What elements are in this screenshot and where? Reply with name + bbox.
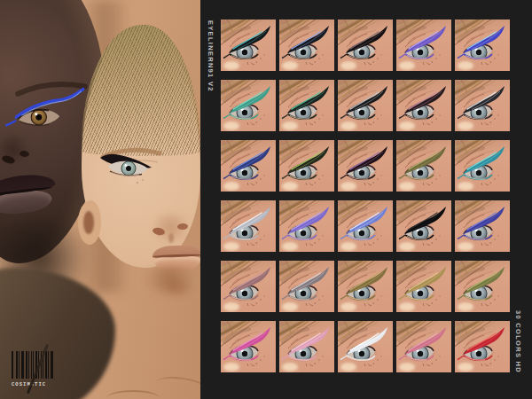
eyeliner-swatch-12-black-lime (279, 140, 334, 192)
freckle (263, 114, 264, 115)
swatch-panel: EYELINERN91 V2 (200, 0, 532, 399)
freckle (497, 114, 498, 115)
cheek-highlight (458, 242, 473, 251)
cheek-highlight (223, 61, 239, 70)
light-model-eye-with-black-liner (96, 145, 177, 193)
eyeliner-swatch-2-black-blue (279, 20, 334, 71)
cheek-highlight (223, 363, 239, 372)
freckle (497, 235, 498, 236)
eyeliner-swatch-25-olive-gold (455, 261, 510, 312)
eyeliner-swatch-11-navy-blue (221, 140, 276, 192)
eyeliner-swatch-14-olive-khaki (396, 140, 451, 192)
dark-model-brow (18, 84, 84, 94)
freckle (494, 239, 496, 240)
eyeliner-swatch-3-black (338, 20, 393, 71)
freckle (137, 182, 138, 184)
freckle (377, 299, 379, 301)
freckle (435, 359, 437, 361)
freckle (260, 239, 262, 240)
freckle (435, 58, 437, 59)
swatch-grid (221, 20, 510, 372)
cheek-highlight (458, 363, 473, 372)
freckle (435, 299, 437, 301)
freckle (263, 235, 264, 236)
freckle (322, 54, 323, 55)
freckle (260, 359, 262, 361)
freckle (322, 356, 323, 356)
cheek-highlight (399, 242, 415, 251)
freckle (260, 118, 262, 120)
freckle (260, 58, 262, 59)
freckle (318, 178, 320, 180)
eyeliner-swatch-30-red (455, 321, 510, 372)
product-preview-image: COSIMETIC EYELINERN91 V2 (0, 0, 532, 399)
freckle (322, 114, 323, 115)
freckle (494, 178, 496, 180)
freckle (380, 175, 381, 176)
freckle (439, 114, 440, 115)
barcode-block: COSIMETIC (12, 351, 58, 394)
models-photo-scene: COSIMETIC (0, 0, 200, 399)
eyeliner-swatch-21-mauve-rose (221, 261, 276, 312)
freckle (435, 178, 437, 180)
eyeliner-swatch-1-black-teal (221, 20, 276, 71)
freckle (318, 118, 320, 120)
eyeliner-swatch-23-bronze (338, 261, 393, 312)
eyeliner-swatch-17-purple (279, 200, 334, 252)
color-count-vertical: 30 COLORS HD (514, 310, 522, 373)
cheek-highlight (340, 302, 356, 311)
eyeliner-swatch-10-grey-white (455, 80, 510, 131)
cheek-highlight (399, 363, 415, 372)
freckle (318, 359, 320, 361)
cheek-highlight (399, 121, 415, 130)
freckle (494, 58, 496, 59)
cheek-highlight (223, 302, 239, 311)
freckle (439, 295, 440, 296)
creator-brand-label: COSIMETIC (12, 381, 58, 387)
freckle (439, 235, 440, 236)
cheek-highlight (282, 61, 298, 70)
eyeliner-swatch-6-seafoam-teal (221, 80, 276, 131)
buzzed-hair (82, 25, 200, 156)
cheek-highlight (458, 121, 473, 130)
eyeliner-swatch-18-periwinkle (338, 200, 393, 252)
freckle (260, 178, 262, 180)
eyeliner-swatch-29-rose-pink (396, 321, 451, 372)
dark-model-iris (31, 110, 46, 125)
freckle (380, 235, 381, 236)
cheek-highlight (399, 182, 415, 191)
freckle (377, 58, 379, 59)
freckle (377, 359, 379, 361)
blue-eyeliner-inner-flick (6, 121, 15, 125)
light-model-ear (78, 200, 101, 245)
cheek-highlight (223, 182, 239, 191)
eyeliner-swatch-13-plum-black (338, 140, 393, 192)
cheek-highlight (340, 61, 356, 70)
freckle (260, 299, 262, 301)
cheek-highlight (282, 121, 298, 130)
cheek-highlight (282, 242, 298, 251)
freckle (263, 54, 264, 55)
light-skinned-model (80, 25, 200, 399)
freckle (377, 118, 379, 120)
freckle (497, 54, 498, 55)
freckle (439, 54, 440, 55)
light-model-iris (121, 161, 136, 176)
freckle (377, 239, 379, 240)
eyeliner-swatch-26-magenta-pink (221, 321, 276, 372)
eyeliner-swatch-24-gold (396, 261, 451, 312)
freckle (439, 356, 440, 356)
freckle (263, 295, 264, 296)
freckle (318, 299, 320, 301)
cheek-highlight (223, 242, 239, 251)
eyeliner-swatch-20-indigo (455, 200, 510, 252)
cheek-highlight (458, 182, 473, 191)
eyeliner-swatch-22-taupe-silver (279, 261, 334, 312)
freckle (439, 175, 440, 176)
freckle (142, 179, 143, 180)
eyeliner-swatch-27-light-pink (279, 321, 334, 372)
freckle (318, 58, 320, 59)
cheek-highlight (399, 61, 415, 70)
cheek-highlight (340, 121, 356, 130)
freckle (263, 175, 264, 176)
